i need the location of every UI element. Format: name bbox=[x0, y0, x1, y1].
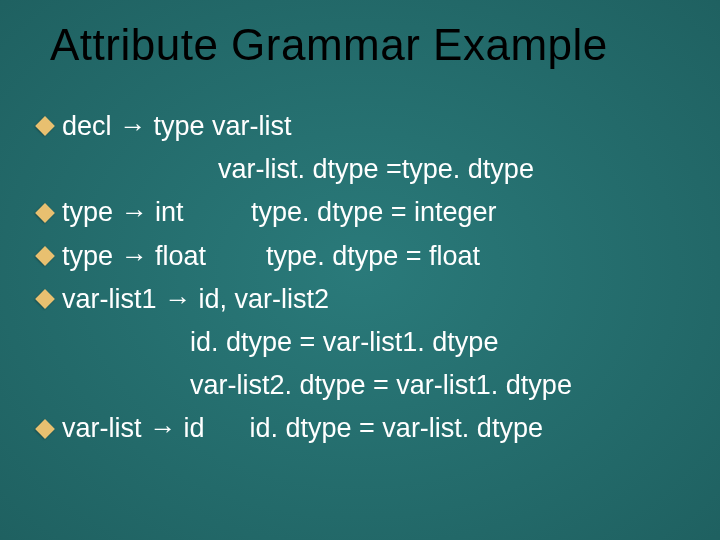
text: var-list. dtype =type. dtype bbox=[218, 154, 534, 184]
rule-line-4: var-list1 → id, var-list2 bbox=[38, 278, 690, 321]
attr-line-3: var-list2. dtype = var-list1. dtype bbox=[38, 364, 690, 407]
diamond-icon bbox=[35, 203, 55, 223]
text: id id. dtype = var-list. dtype bbox=[176, 413, 543, 443]
attr-line-2: id. dtype = var-list1. dtype bbox=[38, 321, 690, 364]
diamond-icon bbox=[35, 419, 55, 439]
text: float type. dtype = float bbox=[148, 241, 480, 271]
diamond-icon bbox=[35, 289, 55, 309]
arrow-icon: → bbox=[164, 284, 191, 314]
text: int type. dtype = integer bbox=[148, 197, 497, 227]
arrow-icon: → bbox=[121, 241, 148, 271]
arrow-icon: → bbox=[119, 111, 146, 141]
text: var-list1 bbox=[62, 284, 164, 314]
text: type var-list bbox=[146, 111, 292, 141]
slide-body: decl → type var-list var-list. dtype =ty… bbox=[38, 105, 690, 451]
arrow-icon: → bbox=[121, 197, 148, 227]
text: id, var-list2 bbox=[191, 284, 329, 314]
text: id. dtype = var-list1. dtype bbox=[190, 327, 498, 357]
text: type bbox=[62, 241, 121, 271]
text: type bbox=[62, 197, 121, 227]
diamond-icon bbox=[35, 116, 55, 136]
diamond-icon bbox=[35, 246, 55, 266]
text: decl bbox=[62, 111, 119, 141]
rule-line-1: decl → type var-list bbox=[38, 105, 690, 148]
text: var-list bbox=[62, 413, 149, 443]
arrow-icon: → bbox=[149, 413, 176, 443]
text: var-list2. dtype = var-list1. dtype bbox=[190, 370, 572, 400]
attr-line-1: var-list. dtype =type. dtype bbox=[38, 148, 690, 191]
rule-line-5: var-list → id id. dtype = var-list. dtyp… bbox=[38, 407, 690, 450]
rule-line-3: type → float type. dtype = float bbox=[38, 235, 690, 278]
slide-title: Attribute Grammar Example bbox=[50, 20, 670, 70]
rule-line-2: type → int type. dtype = integer bbox=[38, 191, 690, 234]
